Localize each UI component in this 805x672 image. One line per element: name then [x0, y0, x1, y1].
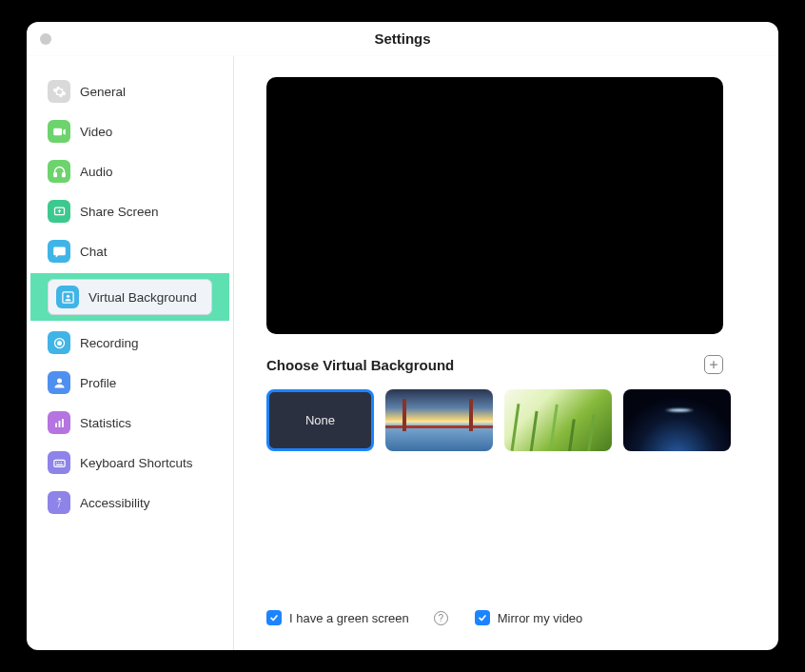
checkbox-checked-icon [266, 610, 282, 625]
svg-rect-11 [53, 460, 64, 466]
sidebar-item-label: Keyboard Shortcuts [80, 456, 193, 470]
bg-thumb-none[interactable]: None [266, 389, 374, 451]
sidebar-item-virtual-background[interactable]: Virtual Background [30, 273, 229, 321]
sidebar-item-label: Video [80, 125, 112, 139]
headphones-icon [48, 160, 70, 183]
sidebar-item-label: Chat [80, 245, 108, 259]
profile-icon [48, 371, 70, 394]
svg-rect-0 [53, 172, 56, 176]
svg-point-12 [58, 497, 61, 500]
keyboard-icon [48, 451, 70, 474]
bg-thumb-earth[interactable] [623, 389, 731, 451]
sidebar: General Video Audio Share Screen [27, 56, 234, 650]
svg-rect-1 [62, 172, 65, 176]
add-background-button[interactable] [704, 355, 723, 374]
chat-icon [48, 240, 70, 263]
gear-icon [48, 80, 70, 103]
window-title: Settings [374, 30, 430, 47]
bg-thumb-grass[interactable] [504, 389, 612, 451]
svg-rect-8 [55, 423, 57, 426]
sidebar-item-label: General [80, 85, 126, 99]
section-title: Choose Virtual Background [266, 357, 454, 373]
thumb-label: None [305, 413, 335, 427]
stats-icon [48, 411, 70, 434]
sidebar-item-audio[interactable]: Audio [38, 153, 222, 189]
sidebar-item-accessibility[interactable]: Accessibility [38, 484, 222, 521]
sidebar-item-share-screen[interactable]: Share Screen [38, 193, 222, 229]
sidebar-item-profile[interactable]: Profile [38, 365, 222, 401]
mirror-video-checkbox[interactable]: Mirror my video [475, 610, 583, 625]
options-footer: I have a green screen ? Mirror my video [266, 610, 750, 631]
sidebar-item-statistics[interactable]: Statistics [38, 405, 222, 441]
svg-point-4 [66, 294, 69, 297]
green-screen-label: I have a green screen [289, 611, 409, 625]
video-preview [266, 77, 723, 334]
sidebar-item-label: Accessibility [80, 496, 150, 510]
settings-window: Settings General Video Audio [27, 22, 778, 650]
upload-icon [48, 200, 70, 223]
sidebar-item-label: Audio [80, 165, 113, 179]
green-screen-checkbox[interactable]: I have a green screen [266, 610, 409, 625]
svg-point-7 [57, 378, 62, 383]
titlebar: Settings [27, 22, 778, 56]
sidebar-item-label: Profile [80, 376, 116, 390]
help-icon[interactable]: ? [434, 611, 448, 625]
sidebar-item-label: Recording [80, 336, 139, 350]
person-frame-icon [56, 286, 79, 308]
mirror-label: Mirror my video [498, 611, 583, 625]
sidebar-item-keyboard-shortcuts[interactable]: Keyboard Shortcuts [38, 445, 222, 481]
svg-rect-10 [62, 419, 64, 427]
video-icon [48, 120, 70, 143]
accessibility-icon [48, 491, 70, 514]
svg-point-6 [57, 341, 61, 345]
sidebar-item-label: Share Screen [80, 205, 159, 219]
sidebar-item-general[interactable]: General [38, 73, 222, 109]
bg-thumb-bridge[interactable] [385, 389, 493, 451]
record-icon [48, 331, 70, 354]
svg-rect-9 [58, 421, 60, 427]
sidebar-item-label: Statistics [80, 416, 131, 430]
sidebar-item-chat[interactable]: Chat [38, 233, 222, 269]
sidebar-item-recording[interactable]: Recording [38, 325, 222, 361]
checkbox-checked-icon [475, 610, 490, 625]
content-panel: Choose Virtual Background None I [234, 56, 778, 650]
close-window-dot[interactable] [40, 33, 51, 45]
sidebar-item-video[interactable]: Video [38, 113, 222, 149]
sidebar-item-label: Virtual Background [88, 290, 197, 305]
background-thumbnails: None [266, 389, 750, 451]
